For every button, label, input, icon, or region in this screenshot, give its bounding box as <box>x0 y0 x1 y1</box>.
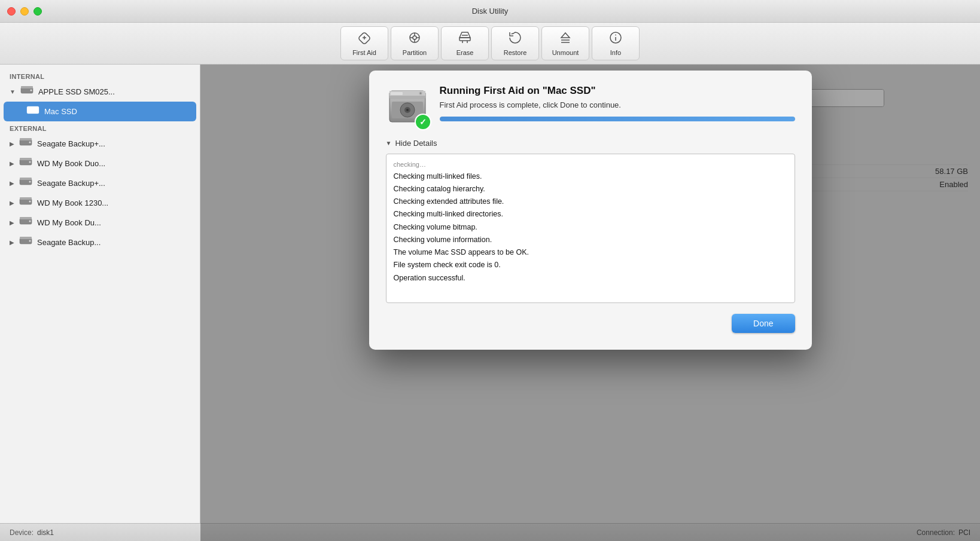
sidebar-item-seagate1[interactable]: ▶ Seagate Backup+... <box>0 134 200 154</box>
log-line: Operation successful. <box>394 272 787 285</box>
window-title: Disk Utility <box>472 7 509 16</box>
sidebar-item-label: Seagate Backup+... <box>37 139 105 148</box>
progress-bar-fill <box>440 117 795 121</box>
partition-icon <box>407 30 422 47</box>
volume-icon <box>26 105 39 118</box>
hide-details-row[interactable]: ▼ Hide Details <box>386 139 795 148</box>
chevron-down-icon: ▼ <box>10 88 16 95</box>
svg-point-17 <box>616 35 616 35</box>
toolbar-first-aid[interactable]: First Aid <box>340 26 388 60</box>
svg-point-48 <box>406 109 409 111</box>
sidebar-item-label: WD My Book Duo... <box>37 159 105 168</box>
log-line: Checking multi-linked directories. <box>394 208 787 221</box>
success-badge: ✓ <box>415 114 431 130</box>
drive-icon <box>19 196 32 210</box>
sidebar-item-label: Mac SSD <box>44 107 77 116</box>
info-icon <box>608 30 623 47</box>
toolbar-restore[interactable]: Restore <box>491 26 539 60</box>
drive-icon <box>19 176 32 190</box>
svg-rect-31 <box>20 178 32 180</box>
first-aid-icon <box>357 30 372 47</box>
modal-overlay: ✓ Running First Aid on "Mac SSD" First A… <box>200 65 980 541</box>
svg-rect-19 <box>21 86 33 88</box>
log-line: The volume Mac SSD appears to be OK. <box>394 246 787 259</box>
window-controls[interactable] <box>7 7 42 16</box>
sidebar-item-seagate2[interactable]: ▶ Seagate Backup+... <box>0 173 200 193</box>
info-label: Info <box>610 49 621 56</box>
content-area: led, Encrypted) Free 45.13 GB Logical Vo… <box>200 65 980 541</box>
toolbar: First Aid Partition Erase <box>0 23 980 65</box>
svg-rect-34 <box>20 197 32 200</box>
unmount-label: Unmount <box>552 49 579 56</box>
toolbar-info[interactable]: Info <box>592 26 640 60</box>
drive-icon <box>19 236 32 249</box>
sidebar-item-label: APPLE SSD SM025... <box>38 87 115 96</box>
minimize-button[interactable] <box>20 7 29 16</box>
svg-rect-28 <box>20 158 32 160</box>
log-area[interactable]: checking… Checking multi-linked files. C… <box>386 154 795 303</box>
erase-label: Erase <box>456 49 474 56</box>
drive-icon <box>19 137 32 151</box>
svg-point-26 <box>29 142 31 143</box>
sidebar-item-label: Seagate Backup... <box>37 238 101 247</box>
modal-dialog: ✓ Running First Aid on "Mac SSD" First A… <box>369 71 812 350</box>
title-bar: Disk Utility <box>0 0 980 23</box>
svg-marker-12 <box>561 33 570 38</box>
modal-header: ✓ Running First Aid on "Mac SSD" First A… <box>386 85 795 128</box>
sidebar-section-external: External <box>0 121 200 134</box>
log-line: File system check exit code is 0. <box>394 259 787 271</box>
partition-label: Partition <box>403 49 427 56</box>
svg-rect-40 <box>20 237 32 239</box>
svg-point-20 <box>30 90 32 91</box>
device-label: Device: <box>10 528 34 537</box>
log-line: checking… <box>394 159 787 170</box>
svg-rect-25 <box>20 138 32 140</box>
sidebar-item-wd2[interactable]: ▶ WD My Book 1230... <box>0 193 200 213</box>
device-status: Device: disk1 <box>10 528 54 537</box>
svg-point-51 <box>419 93 421 94</box>
sidebar-item-seagate3[interactable]: ▶ Seagate Backup... <box>0 233 200 252</box>
modal-subtitle: First Aid process is complete, click Don… <box>440 100 795 109</box>
svg-point-29 <box>29 161 31 163</box>
first-aid-label: First Aid <box>352 49 376 56</box>
done-button[interactable]: Done <box>732 314 795 333</box>
progress-bar-track <box>440 117 795 121</box>
svg-point-32 <box>29 181 31 183</box>
sidebar-item-wd1[interactable]: ▶ WD My Book Duo... <box>0 154 200 173</box>
chevron-right-icon: ▶ <box>10 160 14 167</box>
log-line: Checking extended attributes file. <box>394 195 787 208</box>
chevron-down-icon: ▼ <box>386 140 392 146</box>
toolbar-unmount[interactable]: Unmount <box>541 26 589 60</box>
modal-footer: Done <box>386 314 795 333</box>
maximize-button[interactable] <box>34 7 42 16</box>
svg-point-38 <box>29 221 31 222</box>
restore-icon <box>508 30 522 47</box>
sidebar-item-mac-ssd[interactable]: Mac SSD <box>4 102 196 121</box>
drive-icon <box>19 157 32 170</box>
chevron-right-icon: ▶ <box>10 140 14 147</box>
restore-label: Restore <box>504 49 527 56</box>
log-line: Checking volume information. <box>394 234 787 246</box>
sidebar-item-label: WD My Book 1230... <box>37 198 108 207</box>
sidebar-item-label: WD My Book Du... <box>37 218 101 227</box>
sidebar-item-label: Seagate Backup+... <box>37 179 105 188</box>
unmount-icon <box>558 30 573 47</box>
close-button[interactable] <box>7 7 16 16</box>
log-line: Checking volume bitmap. <box>394 221 787 234</box>
sidebar: Internal ▼ APPLE SSD SM025... Mac S <box>0 65 200 541</box>
toolbar-erase[interactable]: Erase <box>441 26 489 60</box>
svg-point-23 <box>36 109 38 111</box>
svg-point-41 <box>29 240 31 242</box>
chevron-right-icon: ▶ <box>10 239 14 246</box>
chevron-right-icon: ▶ <box>10 219 14 226</box>
device-value: disk1 <box>37 528 54 537</box>
disk-image-container: ✓ <box>386 85 429 128</box>
sidebar-item-wd3[interactable]: ▶ WD My Book Du... <box>0 213 200 233</box>
drive-icon <box>19 216 32 230</box>
modal-title-area: Running First Aid on "Mac SSD" First Aid… <box>440 85 795 121</box>
chevron-right-icon: ▶ <box>10 180 14 187</box>
sidebar-item-apple-ssd[interactable]: ▼ APPLE SSD SM025... <box>0 82 200 102</box>
main-layout: Internal ▼ APPLE SSD SM025... Mac S <box>0 65 980 541</box>
toolbar-partition[interactable]: Partition <box>391 26 439 60</box>
svg-rect-37 <box>20 217 32 219</box>
